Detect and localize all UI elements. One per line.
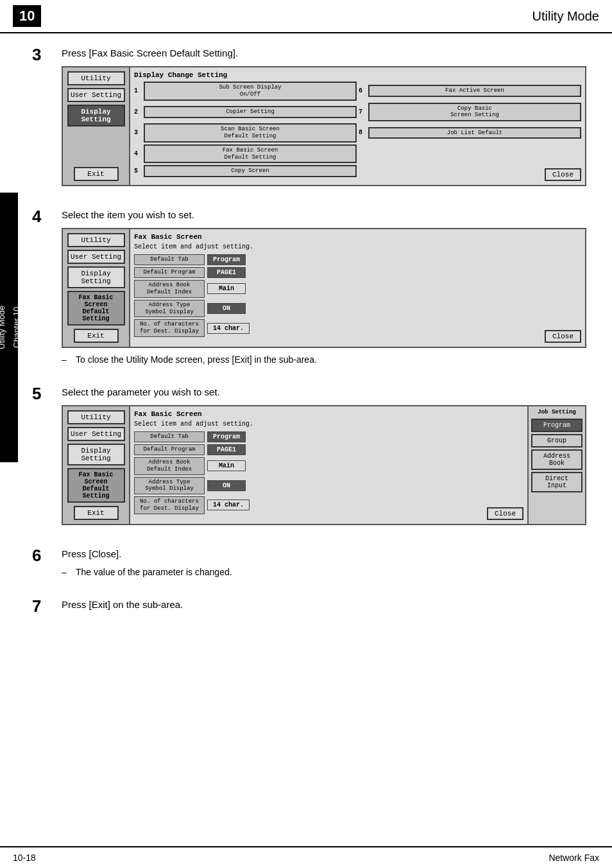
screen-5-main: Fax Basic Screen Select item and adjust … xyxy=(130,406,527,524)
fbs-value-4[interactable]: ON xyxy=(207,303,246,314)
step-6-number: 6 xyxy=(32,547,55,564)
user-setting-btn-4[interactable]: User Setting xyxy=(67,250,125,264)
step-6-note: – The value of the parameter is changed. xyxy=(62,567,586,577)
step-7-content: Press [Exit] on the sub-area. xyxy=(62,598,586,618)
fbs5-value-4[interactable]: ON xyxy=(207,480,246,491)
display-setting-btn-5[interactable]: Display Setting xyxy=(67,444,125,465)
dcs-btn-8[interactable]: Job List Default xyxy=(368,127,581,139)
utility-btn-5[interactable]: Utility xyxy=(67,410,125,424)
exit-btn-3[interactable]: Exit xyxy=(74,167,119,181)
dcs-num-6: 6 xyxy=(359,87,366,94)
dcs-btn-1[interactable]: Sub Screen DisplayOn/Off xyxy=(144,82,357,101)
dcs-grid: 1 Sub Screen DisplayOn/Off 6 Fax Active … xyxy=(134,82,581,177)
dcs-btn-7[interactable]: Copy BasicScreen Setting xyxy=(368,103,581,122)
fbs-label-3[interactable]: Address BookDefault Index xyxy=(134,280,205,298)
fbs5-label-2[interactable]: Default Program xyxy=(134,444,205,455)
step-7: 7 Press [Exit] on the sub-area. xyxy=(32,598,586,618)
fbs-label-2[interactable]: Default Program xyxy=(134,267,205,278)
dcs-btn-2[interactable]: Copier Setting xyxy=(144,106,357,118)
dcs-num-1: 1 xyxy=(134,87,142,94)
fbs-value-5[interactable]: 14 char. xyxy=(207,323,250,334)
fax-basic-btn-5[interactable]: Fax Basic ScreenDefault Setting xyxy=(67,468,125,503)
step-5-text: Select the parameter you wish to set. xyxy=(62,385,586,399)
display-setting-btn-4[interactable]: Display Setting xyxy=(67,266,125,288)
dcs-num-3: 3 xyxy=(134,129,142,136)
screen-5-title: Fax Basic Screen xyxy=(134,410,523,418)
screen-4-subtitle: Select item and adjust setting. xyxy=(134,243,581,250)
fax-basic-btn-4[interactable]: Fax Basic ScreenDefault Setting xyxy=(67,291,125,326)
user-setting-btn-5[interactable]: User Setting xyxy=(67,427,125,441)
display-setting-btn-3[interactable]: Display Setting xyxy=(67,105,125,126)
fbs5-value-1[interactable]: Program xyxy=(207,431,246,442)
step-7-text: Press [Exit] on the sub-area. xyxy=(62,598,586,611)
dcs-btn-5[interactable]: Copy Screen xyxy=(144,165,357,177)
step-4-text: Select the item you wish to set. xyxy=(62,208,586,221)
step-3: 3 Press [Fax Basic Screen Default Settin… xyxy=(32,46,586,193)
fbs-label-1[interactable]: Default Tab xyxy=(134,254,205,265)
dcs-num-2: 2 xyxy=(134,108,142,116)
step-4-content: Select the item you wish to set. Utility… xyxy=(62,208,586,370)
dcs-num-5: 5 xyxy=(134,168,142,175)
user-setting-btn-3[interactable]: User Setting xyxy=(67,88,125,102)
fbs-row-5: No. of charactersfor Dest. Display 14 ch… xyxy=(134,319,581,337)
dcs-item-7: 7 Copy BasicScreen Setting xyxy=(359,103,581,122)
dcs-btn-3[interactable]: Scan Basic ScreenDefault Setting xyxy=(144,123,357,143)
fbs-row-2: Default Program PAGE1 xyxy=(134,267,581,278)
dcs-item-6: 6 Fax Active Screen xyxy=(359,82,581,101)
fbs-value-1[interactable]: Program xyxy=(207,254,246,265)
fbs5-row-2: Default Program PAGE1 xyxy=(134,444,523,455)
step-5-number: 5 xyxy=(32,385,55,402)
dcs-num-8: 8 xyxy=(359,129,366,136)
side-tab: Utility Mode Chapter 10 xyxy=(0,193,18,462)
dcs-item-5: 5 Copy Screen xyxy=(134,165,357,177)
screen-5-sidebar: Utility User Setting Display Setting Fax… xyxy=(63,406,130,524)
fbs-value-3[interactable]: Main xyxy=(207,283,246,294)
exit-btn-5[interactable]: Exit xyxy=(74,506,119,520)
dcs-item-8: 8 Job List Default xyxy=(359,123,581,143)
fbs-value-2[interactable]: PAGE1 xyxy=(207,267,246,278)
step-4: 4 Select the item you wish to set. Utili… xyxy=(32,208,586,370)
note-dash-4: – xyxy=(62,354,71,365)
fbs5-value-2[interactable]: PAGE1 xyxy=(207,444,246,455)
address-book-btn-5[interactable]: AddressBook xyxy=(531,449,582,470)
note-dash-6: – xyxy=(62,567,71,577)
fbs-label-5[interactable]: No. of charactersfor Dest. Display xyxy=(134,319,205,337)
header-title: Utility Mode xyxy=(532,9,599,24)
fbs5-label-4[interactable]: Address TypeSymbol Display xyxy=(134,477,205,495)
step-6-text: Press [Close]. xyxy=(62,547,586,560)
utility-btn-3[interactable]: Utility xyxy=(67,71,125,85)
group-btn-5[interactable]: Group xyxy=(531,434,582,447)
screen-4-sidebar: Utility User Setting Display Setting Fax… xyxy=(63,229,130,347)
exit-btn-4[interactable]: Exit xyxy=(74,329,119,343)
footer-section: Network Fax xyxy=(548,853,599,863)
screen-5-subtitle: Select item and adjust setting. xyxy=(134,421,523,428)
fbs5-label-3[interactable]: Address BookDefault Index xyxy=(134,457,205,475)
fbs5-label-5[interactable]: No. of charactersfor Dest. Display xyxy=(134,496,205,514)
dcs-btn-4[interactable]: Fax Basic ScreenDefault Setting xyxy=(144,144,357,164)
fbs5-value-3[interactable]: Main xyxy=(207,460,246,471)
step-4-note: – To close the Utility Mode screen, pres… xyxy=(62,354,586,365)
screen-4-mockup: Utility User Setting Display Setting Fax… xyxy=(62,228,586,348)
close-btn-5[interactable]: Close xyxy=(487,507,523,520)
direct-input-btn-5[interactable]: Direct Input xyxy=(531,472,582,492)
program-btn-5[interactable]: Program xyxy=(531,419,582,432)
close-btn-3[interactable]: Close xyxy=(545,168,581,181)
utility-btn-4[interactable]: Utility xyxy=(67,233,125,247)
dcs-item-2: 2 Copier Setting xyxy=(134,103,357,122)
fbs5-value-5[interactable]: 14 char. xyxy=(207,499,250,510)
footer-page-num: 10-18 xyxy=(13,853,36,863)
close-btn-4[interactable]: Close xyxy=(545,330,581,343)
fbs5-row-3: Address BookDefault Index Main xyxy=(134,457,523,475)
dcs-item-empty1 xyxy=(359,144,581,164)
fbs5-row-1: Default Tab Program xyxy=(134,431,523,442)
step-3-text: Press [Fax Basic Screen Default Setting]… xyxy=(62,46,586,60)
fbs-label-4[interactable]: Address TypeSymbol Display xyxy=(134,300,205,318)
dcs-num-4: 4 xyxy=(134,150,142,157)
chapter-number: 10 xyxy=(13,5,41,27)
step-4-number: 4 xyxy=(32,208,55,225)
screen-5-mockup: Utility User Setting Display Setting Fax… xyxy=(62,405,586,525)
dcs-item-1: 1 Sub Screen DisplayOn/Off xyxy=(134,82,357,101)
dcs-btn-6[interactable]: Fax Active Screen xyxy=(368,85,581,97)
fbs5-label-1[interactable]: Default Tab xyxy=(134,431,205,442)
step-3-content: Press [Fax Basic Screen Default Setting]… xyxy=(62,46,586,193)
